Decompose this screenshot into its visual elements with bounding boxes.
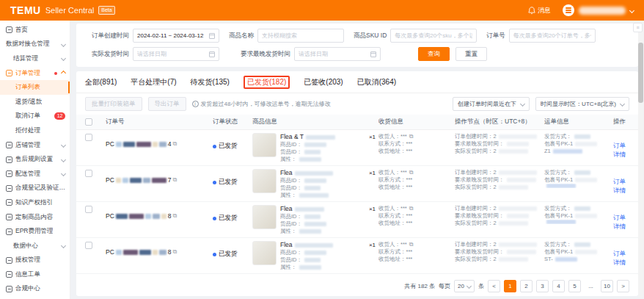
sidebar-item-returns[interactable]: 退货/退款 bbox=[0, 95, 70, 109]
custom-content-icon bbox=[6, 214, 12, 220]
latest-ship-field[interactable] bbox=[299, 51, 367, 57]
copy-icon[interactable]: ⧉ bbox=[173, 213, 178, 219]
sidebar-item-order-management[interactable]: 订单管理 bbox=[0, 66, 70, 81]
timezone-select[interactable]: 时间显示时区：UTC+8(北京) bbox=[535, 97, 629, 111]
latest-ship-label: 要求最晚发货时间 bbox=[229, 50, 290, 59]
sidebar-item-settlement[interactable]: 结算管理 bbox=[0, 51, 70, 66]
avatar[interactable] bbox=[563, 4, 574, 16]
page-button-1[interactable]: 1 bbox=[504, 280, 516, 292]
copy-icon[interactable]: ⧉ bbox=[409, 242, 414, 248]
epr-icon bbox=[6, 228, 12, 235]
sidebar-item-data-center[interactable]: 数据中心 bbox=[0, 239, 70, 253]
next-page-button[interactable]: > bbox=[617, 280, 629, 292]
actual-ship-input[interactable] bbox=[133, 47, 219, 61]
scrollbar-thumb[interactable] bbox=[638, 43, 643, 103]
chevron-down-icon bbox=[61, 42, 66, 47]
sidebar-item-home[interactable]: 首页 bbox=[0, 23, 70, 37]
sku-input[interactable] bbox=[390, 29, 477, 43]
sidebar-item-delivery-management[interactable]: 配送管理 bbox=[0, 167, 70, 181]
col-product-info: 商品信息 bbox=[252, 118, 376, 126]
sidebar: 首页 数据对接仓管理 结算管理 订单管理 订单列表 退货/退款 取消订单12 拒… bbox=[0, 21, 70, 299]
copy-icon[interactable]: ⧉ bbox=[173, 249, 178, 255]
sidebar-item-chargeback[interactable]: 拒付处理 bbox=[0, 123, 70, 138]
chevron-up-icon bbox=[61, 71, 66, 76]
reset-button[interactable]: 重置 bbox=[455, 47, 487, 61]
product-thumbnail bbox=[252, 169, 277, 193]
sidebar-item-authorization[interactable]: 授权管理 bbox=[0, 253, 70, 268]
per-page-select[interactable]: 20 bbox=[454, 280, 475, 292]
tab-signed[interactable]: 已签收(203) bbox=[304, 77, 343, 87]
col-action: 操作 bbox=[613, 118, 629, 126]
sidebar-item-info-ticket[interactable]: 信息工单 bbox=[0, 267, 70, 282]
order-created-range-input[interactable] bbox=[133, 29, 219, 43]
home-icon bbox=[6, 26, 12, 33]
copy-icon[interactable]: ⧉ bbox=[173, 141, 178, 147]
sidebar-item-epr-fees[interactable]: EPR费用管理 bbox=[0, 224, 70, 239]
sidebar-item-compliance-registration[interactable]: 合规登记及验证问卷 bbox=[0, 181, 70, 196]
sidebar-item-order-list[interactable]: 订单列表 bbox=[0, 80, 70, 95]
sidebar-item-compliance-center[interactable]: 合规中心 bbox=[0, 282, 70, 297]
actual-ship-field[interactable] bbox=[137, 51, 206, 57]
info-icon: i bbox=[192, 101, 199, 107]
tab-platform-processing[interactable]: 平台处理中(7) bbox=[131, 77, 176, 87]
messages-button[interactable]: 消息 bbox=[528, 6, 551, 15]
latest-ship-input[interactable] bbox=[294, 47, 381, 61]
row-checkbox[interactable] bbox=[85, 134, 92, 141]
tab-shipped[interactable]: 已发货(182) bbox=[244, 76, 290, 89]
chevron-down-icon bbox=[61, 157, 66, 162]
order-detail-link[interactable]: 订单详情 bbox=[613, 250, 626, 266]
copy-icon[interactable]: ⧉ bbox=[173, 177, 178, 183]
sidebar-item-cancelled-orders[interactable]: 取消订单12 bbox=[0, 109, 70, 124]
table-body: PC4⧉ 已发货 Flea & T×1 商品ID： 货品ID： 属性： 收货人：… bbox=[76, 130, 638, 277]
col-op-node: 操作节点（时区：UTC+8） bbox=[455, 118, 541, 126]
row-checkbox[interactable] bbox=[85, 206, 92, 213]
search-button[interactable]: 查询 bbox=[418, 47, 450, 61]
panel-toggle-button[interactable]: ≡ bbox=[633, 23, 643, 32]
order-detail-link[interactable]: 订单详情 bbox=[613, 142, 626, 158]
order-no-input[interactable] bbox=[509, 29, 596, 43]
order-detail-link[interactable]: 订单详情 bbox=[613, 178, 626, 194]
select-all-checkbox[interactable] bbox=[85, 118, 92, 126]
order-number-cell: PC7⧉ bbox=[106, 169, 210, 184]
sidebar-item-ip-guide[interactable]: 知识产权指引 bbox=[0, 195, 70, 210]
copy-icon[interactable]: ⧉ bbox=[409, 206, 414, 212]
page-button-3[interactable]: 3 bbox=[536, 280, 549, 292]
chevron-down-icon bbox=[466, 284, 472, 289]
order-detail-link[interactable]: 订单详情 bbox=[613, 214, 626, 230]
ship-modify-notice: i发货超过48小时内，可修改运单号，逾期无法修改 bbox=[192, 100, 331, 108]
product-name-input[interactable] bbox=[257, 29, 344, 43]
export-orders-button[interactable]: 导出订单 bbox=[148, 97, 186, 111]
op-node-cell: 订单创建时间：2 要求最晚发货时间： 实际发货时间：2 bbox=[455, 205, 541, 227]
product-thumbnail bbox=[252, 205, 277, 229]
tab-all[interactable]: 全部(891) bbox=[85, 77, 117, 87]
sidebar-item-aftersale-rules[interactable]: 售后规则设置 bbox=[0, 152, 70, 167]
quantity: ×1 bbox=[366, 133, 376, 141]
sku-field[interactable] bbox=[395, 32, 472, 39]
quantity: ×1 bbox=[366, 241, 376, 249]
page-button-5[interactable]: 5 bbox=[568, 280, 581, 292]
receiver-cell: 收货人：***⧉ 联系方式：*** 收货地址：*** bbox=[378, 169, 452, 191]
tab-cancelled[interactable]: 已取消(364) bbox=[357, 77, 396, 87]
bell-icon bbox=[528, 7, 535, 15]
filter-panel: 订单创建时间 商品名称 商品SKU ID 订单号 实际发货时间 要求最晚发货时间 bbox=[76, 24, 638, 67]
copy-icon[interactable]: ⧉ bbox=[409, 170, 414, 176]
copy-icon[interactable]: ⧉ bbox=[409, 134, 414, 140]
per-page-unit: 条 bbox=[478, 282, 484, 290]
product-name-field[interactable] bbox=[262, 32, 340, 39]
batch-print-button[interactable]: 批量打印装箱单 bbox=[85, 97, 142, 111]
row-checkbox[interactable] bbox=[85, 170, 92, 177]
sidebar-item-custom-product-content[interactable]: 定制商品内容 bbox=[0, 210, 70, 225]
order-no-field[interactable] bbox=[513, 32, 591, 39]
tab-to-ship[interactable]: 待发货(135) bbox=[191, 77, 230, 87]
prev-page-button[interactable]: < bbox=[488, 280, 500, 292]
page-button-4[interactable]: 4 bbox=[552, 280, 565, 292]
order-created-range-value[interactable] bbox=[137, 32, 206, 39]
sort-order-select[interactable]: 创建订单时间最近在下 bbox=[453, 97, 530, 111]
page-button-10[interactable]: 10 bbox=[601, 280, 613, 292]
sidebar-item-shop-management[interactable]: 店铺管理 bbox=[0, 138, 70, 153]
chevron-down-icon[interactable] bbox=[629, 7, 634, 12]
orders-icon bbox=[6, 70, 12, 76]
sidebar-item-data-warehouse[interactable]: 数据对接仓管理 bbox=[0, 37, 70, 52]
row-checkbox[interactable] bbox=[85, 242, 92, 249]
page-button-2[interactable]: 2 bbox=[520, 280, 533, 292]
